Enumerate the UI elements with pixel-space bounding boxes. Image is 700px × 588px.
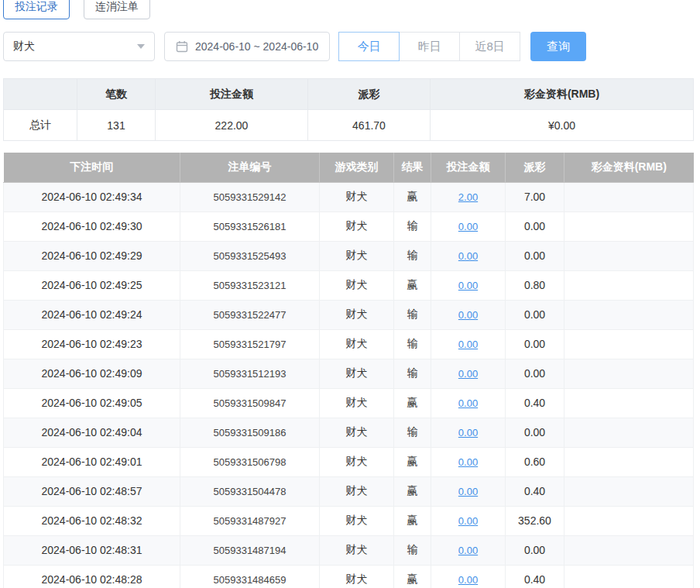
cell-bonus (564, 329, 694, 359)
bet-amount-link[interactable]: 0.00 (458, 545, 478, 556)
table-row: 2024-06-10 02:49:05 5059331509847 财犬 赢 0… (4, 388, 694, 418)
cell-result: 输 (394, 211, 431, 241)
range-last8days-button[interactable]: 近8日 (459, 32, 520, 61)
cell-payout: 0.00 (506, 359, 564, 388)
cell-bonus (564, 447, 694, 476)
cell-bet-time: 2024-06-10 02:49:29 (4, 241, 180, 270)
bet-amount-link[interactable]: 0.00 (458, 368, 478, 380)
cell-bet-amount: 2.00 (431, 182, 506, 211)
bet-table-body: 2024-06-10 02:49:34 5059331529142 财犬 赢 2… (4, 182, 694, 588)
cell-order-id: 5059331529142 (180, 182, 320, 211)
cell-bonus (564, 300, 694, 329)
cell-result: 赢 (394, 270, 431, 300)
table-row: 2024-06-10 02:49:25 5059331523121 财犬 赢 0… (4, 270, 694, 300)
cell-payout: 0.00 (506, 418, 564, 447)
cell-bet-amount: 0.00 (431, 211, 506, 241)
game-select[interactable]: 财犬 (3, 32, 155, 61)
cell-bet-time: 2024-06-10 02:49:04 (4, 418, 180, 447)
cell-bet-amount: 0.00 (431, 535, 506, 565)
bet-amount-link[interactable]: 0.00 (458, 427, 478, 438)
top-tabs: 投注记录 连消注单 (3, 0, 697, 19)
header-order-id: 注单编号 (180, 153, 320, 182)
cell-result: 输 (394, 300, 431, 329)
bet-table-header-row: 下注时间 注单编号 游戏类别 结果 投注金额 派彩 彩金资料(RMB) (4, 153, 694, 182)
table-row: 2024-06-10 02:49:34 5059331529142 财犬 赢 2… (4, 182, 694, 211)
cell-payout: 0.00 (506, 329, 564, 359)
summary-total-bonus: ¥0.00 (431, 110, 694, 141)
range-yesterday-button[interactable]: 昨日 (399, 32, 460, 61)
cell-bonus (564, 182, 694, 211)
summary-header-count: 笔数 (77, 79, 156, 110)
cell-bet-amount: 0.00 (431, 506, 506, 535)
cell-payout: 0.00 (506, 535, 564, 565)
chevron-down-icon (137, 44, 145, 49)
cell-order-id: 5059331523121 (180, 270, 320, 300)
range-today-button[interactable]: 今日 (338, 32, 400, 61)
search-button[interactable]: 查询 (530, 32, 586, 61)
quick-range-group: 今日 昨日 近8日 (339, 32, 520, 61)
date-range-picker[interactable]: 2024-06-10 ~ 2024-06-10 (164, 32, 330, 61)
cell-bonus (564, 388, 694, 418)
cell-bet-amount: 0.00 (431, 241, 506, 270)
bet-amount-link[interactable]: 0.00 (458, 486, 478, 497)
summary-header-bonus: 彩金资料(RMB) (431, 79, 694, 110)
cell-bonus (564, 359, 694, 388)
table-row: 2024-06-10 02:48:31 5059331487194 财犬 输 0… (4, 535, 694, 565)
cell-result: 输 (394, 418, 431, 447)
cell-bet-time: 2024-06-10 02:48:57 (4, 476, 180, 506)
game-select-value: 财犬 (13, 40, 35, 53)
cell-game-type: 财犬 (320, 211, 394, 241)
bet-amount-link[interactable]: 0.00 (458, 574, 478, 586)
cell-bonus (564, 565, 694, 588)
table-row: 2024-06-10 02:48:28 5059331484659 财犬 赢 0… (4, 565, 694, 588)
summary-total-row: 总计 131 222.00 461.70 ¥0.00 (4, 110, 694, 141)
cell-order-id: 5059331506798 (180, 447, 320, 476)
bet-amount-link[interactable]: 0.00 (458, 309, 478, 321)
summary-table: 笔数 投注金额 派彩 彩金资料(RMB) 总计 131 222.00 461.7… (3, 78, 694, 141)
table-row: 2024-06-10 02:49:30 5059331526181 财犬 输 0… (4, 211, 694, 241)
cell-bet-time: 2024-06-10 02:49:05 (4, 388, 180, 418)
cell-order-id: 5059331504478 (180, 476, 320, 506)
bet-amount-link[interactable]: 2.00 (458, 191, 478, 203)
cell-bonus (564, 241, 694, 270)
cell-payout: 7.00 (506, 182, 564, 211)
cell-result: 赢 (394, 447, 431, 476)
table-row: 2024-06-10 02:49:23 5059331521797 财犬 输 0… (4, 329, 694, 359)
cell-result: 赢 (394, 182, 431, 211)
cell-bet-amount: 0.00 (431, 270, 506, 300)
table-row: 2024-06-10 02:49:01 5059331506798 财犬 赢 0… (4, 447, 694, 476)
cell-order-id: 5059331509186 (180, 418, 320, 447)
bet-amount-link[interactable]: 0.00 (458, 397, 478, 409)
cell-bonus (564, 476, 694, 506)
bet-amount-link[interactable]: 0.00 (458, 515, 478, 527)
cell-game-type: 财犬 (320, 329, 394, 359)
header-result: 结果 (394, 153, 431, 182)
table-row: 2024-06-10 02:48:57 5059331504478 财犬 赢 0… (4, 476, 694, 506)
cell-payout: 0.80 (506, 270, 564, 300)
summary-total-bet-amount: 222.00 (156, 110, 308, 141)
bet-amount-link[interactable]: 0.00 (458, 250, 478, 262)
cell-payout: 0.00 (506, 300, 564, 329)
cell-bonus (564, 211, 694, 241)
tab-cancelled-orders[interactable]: 连消注单 (84, 0, 150, 19)
filter-bar: 财犬 2024-06-10 ~ 2024-06-10 今日 昨日 近8日 查询 (3, 32, 697, 61)
cell-bet-amount: 0.00 (431, 388, 506, 418)
header-bonus: 彩金资料(RMB) (564, 153, 694, 182)
cell-order-id: 5059331522477 (180, 300, 320, 329)
tab-bet-records[interactable]: 投注记录 (3, 0, 70, 19)
cell-result: 赢 (394, 388, 431, 418)
bet-amount-link[interactable]: 0.00 (458, 280, 478, 291)
cell-bet-amount: 0.00 (431, 447, 506, 476)
cell-order-id: 5059331526181 (180, 211, 320, 241)
cell-game-type: 财犬 (320, 447, 394, 476)
cell-order-id: 5059331512193 (180, 359, 320, 388)
cell-bet-time: 2024-06-10 02:49:25 (4, 270, 180, 300)
cell-result: 赢 (394, 476, 431, 506)
cell-game-type: 财犬 (320, 300, 394, 329)
bet-amount-link[interactable]: 0.00 (458, 221, 478, 232)
header-payout: 派彩 (506, 153, 564, 182)
bet-amount-link[interactable]: 0.00 (458, 339, 478, 350)
bet-amount-link[interactable]: 0.00 (458, 456, 478, 468)
summary-header-bet-amount: 投注金额 (156, 79, 308, 110)
cell-order-id: 5059331509847 (180, 388, 320, 418)
